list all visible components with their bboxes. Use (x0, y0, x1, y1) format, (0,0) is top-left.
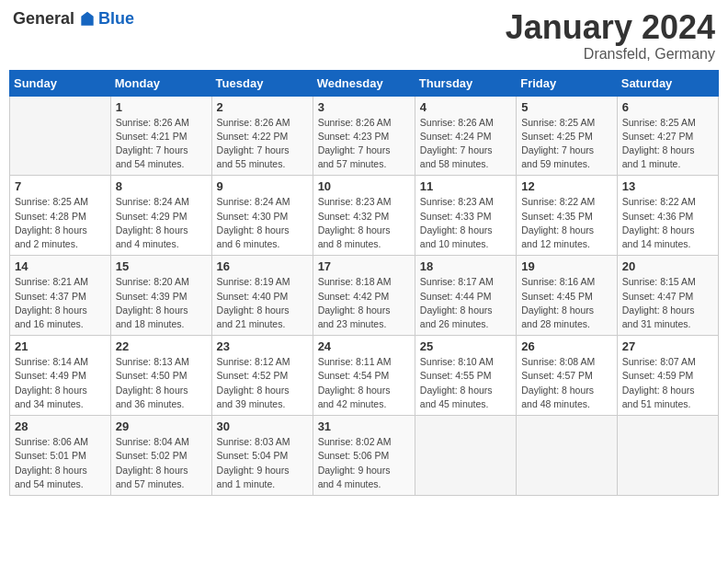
week-row-5: 28Sunrise: 8:06 AM Sunset: 5:01 PM Dayli… (10, 416, 719, 496)
day-cell: 13Sunrise: 8:22 AM Sunset: 4:36 PM Dayli… (617, 176, 718, 256)
page-header: General Blue January 2024 Dransfeld, Ger… (9, 9, 719, 63)
day-info: Sunrise: 8:26 AM Sunset: 4:23 PM Dayligh… (318, 116, 410, 172)
day-number: 23 (217, 339, 308, 353)
week-row-3: 14Sunrise: 8:21 AM Sunset: 4:37 PM Dayli… (10, 256, 719, 336)
day-number: 9 (217, 179, 308, 193)
day-cell: 1Sunrise: 8:26 AM Sunset: 4:21 PM Daylig… (110, 96, 211, 176)
day-info: Sunrise: 8:07 AM Sunset: 4:59 PM Dayligh… (622, 355, 713, 411)
day-number: 31 (318, 419, 410, 433)
day-info: Sunrise: 8:24 AM Sunset: 4:29 PM Dayligh… (116, 195, 207, 251)
day-info: Sunrise: 8:19 AM Sunset: 4:40 PM Dayligh… (217, 275, 308, 331)
weekday-tuesday: Tuesday (211, 70, 313, 96)
week-row-4: 21Sunrise: 8:14 AM Sunset: 4:49 PM Dayli… (10, 336, 719, 416)
day-number: 2 (217, 100, 308, 114)
day-number: 3 (318, 100, 410, 114)
day-cell: 6Sunrise: 8:25 AM Sunset: 4:27 PM Daylig… (617, 96, 718, 176)
day-info: Sunrise: 8:12 AM Sunset: 4:52 PM Dayligh… (217, 355, 308, 411)
day-cell: 4Sunrise: 8:26 AM Sunset: 4:24 PM Daylig… (415, 96, 516, 176)
day-info: Sunrise: 8:24 AM Sunset: 4:30 PM Dayligh… (217, 195, 308, 251)
day-number: 17 (318, 259, 410, 273)
day-number: 21 (15, 339, 106, 353)
day-cell: 22Sunrise: 8:13 AM Sunset: 4:50 PM Dayli… (110, 336, 211, 416)
day-info: Sunrise: 8:20 AM Sunset: 4:39 PM Dayligh… (116, 275, 207, 331)
day-info: Sunrise: 8:22 AM Sunset: 4:35 PM Dayligh… (521, 195, 612, 251)
day-cell: 11Sunrise: 8:23 AM Sunset: 4:33 PM Dayli… (415, 176, 516, 256)
day-info: Sunrise: 8:18 AM Sunset: 4:42 PM Dayligh… (318, 275, 410, 331)
day-cell: 5Sunrise: 8:25 AM Sunset: 4:25 PM Daylig… (517, 96, 618, 176)
day-cell: 31Sunrise: 8:02 AM Sunset: 5:06 PM Dayli… (313, 416, 415, 496)
day-info: Sunrise: 8:14 AM Sunset: 4:49 PM Dayligh… (15, 355, 106, 411)
day-info: Sunrise: 8:11 AM Sunset: 4:54 PM Dayligh… (318, 355, 410, 411)
day-cell: 16Sunrise: 8:19 AM Sunset: 4:40 PM Dayli… (211, 256, 313, 336)
day-info: Sunrise: 8:17 AM Sunset: 4:44 PM Dayligh… (420, 275, 511, 331)
weekday-sunday: Sunday (10, 70, 111, 96)
day-number: 15 (116, 259, 207, 273)
day-cell: 19Sunrise: 8:16 AM Sunset: 4:45 PM Dayli… (517, 256, 618, 336)
weekday-header-row: SundayMondayTuesdayWednesdayThursdayFrid… (10, 70, 719, 96)
day-number: 14 (15, 259, 106, 273)
day-cell: 23Sunrise: 8:12 AM Sunset: 4:52 PM Dayli… (211, 336, 313, 416)
day-cell: 7Sunrise: 8:25 AM Sunset: 4:28 PM Daylig… (10, 176, 111, 256)
day-cell: 9Sunrise: 8:24 AM Sunset: 4:30 PM Daylig… (211, 176, 313, 256)
day-number: 4 (420, 100, 511, 114)
day-info: Sunrise: 8:04 AM Sunset: 5:02 PM Dayligh… (116, 435, 207, 491)
day-number: 11 (420, 179, 511, 193)
day-number: 22 (116, 339, 207, 353)
calendar-body: 1Sunrise: 8:26 AM Sunset: 4:21 PM Daylig… (10, 96, 719, 495)
day-info: Sunrise: 8:23 AM Sunset: 4:32 PM Dayligh… (318, 195, 410, 251)
day-number: 29 (116, 419, 207, 433)
day-info: Sunrise: 8:03 AM Sunset: 5:04 PM Dayligh… (217, 435, 308, 491)
day-cell: 27Sunrise: 8:07 AM Sunset: 4:59 PM Dayli… (617, 336, 718, 416)
day-cell: 2Sunrise: 8:26 AM Sunset: 4:22 PM Daylig… (211, 96, 313, 176)
day-cell: 18Sunrise: 8:17 AM Sunset: 4:44 PM Dayli… (415, 256, 516, 336)
day-number: 7 (15, 179, 106, 193)
day-cell (10, 96, 111, 176)
day-info: Sunrise: 8:15 AM Sunset: 4:47 PM Dayligh… (622, 275, 713, 331)
day-info: Sunrise: 8:25 AM Sunset: 4:25 PM Dayligh… (521, 116, 612, 172)
day-info: Sunrise: 8:16 AM Sunset: 4:45 PM Dayligh… (521, 275, 612, 331)
weekday-monday: Monday (110, 70, 211, 96)
day-cell: 8Sunrise: 8:24 AM Sunset: 4:29 PM Daylig… (110, 176, 211, 256)
day-number: 28 (15, 419, 106, 433)
day-number: 12 (521, 179, 612, 193)
day-number: 16 (217, 259, 308, 273)
day-info: Sunrise: 8:21 AM Sunset: 4:37 PM Dayligh… (15, 275, 106, 331)
day-cell: 30Sunrise: 8:03 AM Sunset: 5:04 PM Dayli… (211, 416, 313, 496)
day-number: 27 (622, 339, 713, 353)
day-cell (517, 416, 618, 496)
day-info: Sunrise: 8:23 AM Sunset: 4:33 PM Dayligh… (420, 195, 511, 251)
day-cell: 20Sunrise: 8:15 AM Sunset: 4:47 PM Dayli… (617, 256, 718, 336)
day-cell: 29Sunrise: 8:04 AM Sunset: 5:02 PM Dayli… (110, 416, 211, 496)
logo-blue: Blue (98, 9, 134, 29)
day-number: 10 (318, 179, 410, 193)
day-info: Sunrise: 8:25 AM Sunset: 4:27 PM Dayligh… (622, 116, 713, 172)
day-info: Sunrise: 8:02 AM Sunset: 5:06 PM Dayligh… (318, 435, 410, 491)
weekday-friday: Friday (517, 70, 618, 96)
day-number: 8 (116, 179, 207, 193)
day-cell: 17Sunrise: 8:18 AM Sunset: 4:42 PM Dayli… (313, 256, 415, 336)
title-area: January 2024 Dransfeld, Germany (506, 9, 715, 63)
day-number: 19 (521, 259, 612, 273)
day-cell: 10Sunrise: 8:23 AM Sunset: 4:32 PM Dayli… (313, 176, 415, 256)
week-row-1: 1Sunrise: 8:26 AM Sunset: 4:21 PM Daylig… (10, 96, 719, 176)
day-cell (617, 416, 718, 496)
day-number: 18 (420, 259, 511, 273)
logo: General Blue (13, 9, 134, 29)
day-number: 24 (318, 339, 410, 353)
day-info: Sunrise: 8:26 AM Sunset: 4:24 PM Dayligh… (420, 116, 511, 172)
day-number: 5 (521, 100, 612, 114)
day-number: 6 (622, 100, 713, 114)
day-cell (415, 416, 516, 496)
day-number: 25 (420, 339, 511, 353)
day-number: 13 (622, 179, 713, 193)
day-info: Sunrise: 8:06 AM Sunset: 5:01 PM Dayligh… (15, 435, 106, 491)
calendar-table: SundayMondayTuesdayWednesdayThursdayFrid… (9, 70, 719, 496)
location: Dransfeld, Germany (506, 46, 715, 63)
day-cell: 28Sunrise: 8:06 AM Sunset: 5:01 PM Dayli… (10, 416, 111, 496)
weekday-thursday: Thursday (415, 70, 516, 96)
logo-icon (78, 10, 97, 29)
day-cell: 21Sunrise: 8:14 AM Sunset: 4:49 PM Dayli… (10, 336, 111, 416)
logo-general: General (13, 9, 74, 29)
day-number: 20 (622, 259, 713, 273)
day-info: Sunrise: 8:08 AM Sunset: 4:57 PM Dayligh… (521, 355, 612, 411)
